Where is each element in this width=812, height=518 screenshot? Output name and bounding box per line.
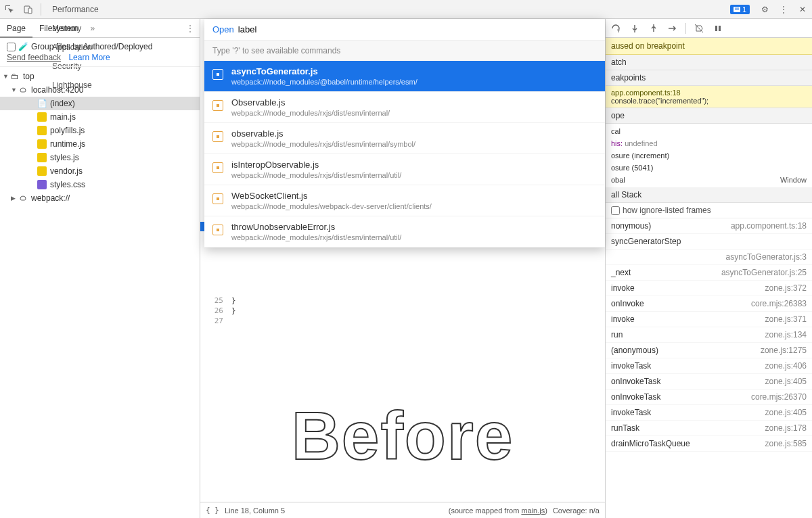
learn-more-link[interactable]: Learn More bbox=[68, 53, 110, 62]
tree-file[interactable]: styles.css bbox=[0, 178, 200, 191]
tree-webpack[interactable]: ▶webpack:// bbox=[0, 191, 200, 205]
open-result-item[interactable]: throwUnobservableError.jswebpack:///node… bbox=[204, 216, 605, 248]
line-number[interactable]: 27 bbox=[200, 316, 227, 325]
open-hint: Type '?' to see available commands bbox=[204, 41, 605, 61]
step-into-icon[interactable] bbox=[648, 22, 660, 34]
tree-host[interactable]: ▼localhost:4200 bbox=[0, 83, 200, 97]
file-icon bbox=[212, 100, 223, 111]
callstack-frame[interactable]: onInvokeTaskzone.js:405 bbox=[606, 374, 812, 390]
scope-header[interactable]: ope bbox=[606, 108, 812, 124]
line-number[interactable]: 26 bbox=[200, 306, 227, 315]
tree-file-index[interactable]: 📄(index) bbox=[0, 97, 200, 110]
navigator-pane: Page Filesystem » ⋮ 🧪Group files by Auth… bbox=[0, 19, 200, 518]
quick-open-input[interactable] bbox=[238, 24, 597, 34]
deactivate-breakpoints-icon[interactable] bbox=[693, 22, 705, 34]
line-number[interactable]: 25 bbox=[200, 296, 227, 305]
file-icon bbox=[212, 225, 223, 235]
callstack-frame[interactable]: _nextasyncToGenerator.js:25 bbox=[606, 265, 812, 281]
callstack-frame[interactable]: runzone.js:134 bbox=[606, 327, 812, 343]
open-result-item[interactable]: observable.jswebpack:///node_modules/rxj… bbox=[204, 123, 605, 154]
paused-banner: aused on breakpoint bbox=[606, 38, 812, 55]
tree-file[interactable]: vendor.js bbox=[0, 164, 200, 178]
code-line: } bbox=[231, 296, 236, 305]
open-results: asyncToGenerator.jswebpack:///node_modul… bbox=[204, 61, 605, 248]
quick-open-dialog: Open Type '?' to see available commands … bbox=[204, 19, 605, 248]
svg-point-4 bbox=[653, 24, 654, 26]
pause-icon[interactable] bbox=[712, 22, 724, 34]
svg-rect-1 bbox=[28, 8, 32, 14]
svg-rect-7 bbox=[719, 26, 721, 31]
open-result-item[interactable]: Observable.jswebpack:///node_modules/rxj… bbox=[204, 92, 605, 123]
resume-icon[interactable] bbox=[610, 22, 622, 34]
main-tabs: ElementsConsoleSourcesNetworkPerformance… bbox=[0, 0, 812, 19]
close-icon[interactable]: ✕ bbox=[793, 0, 812, 19]
callstack-frame[interactable]: invokezone.js:372 bbox=[606, 281, 812, 296]
page-tab[interactable]: Page bbox=[0, 19, 32, 38]
tree-file[interactable]: styles.js bbox=[0, 151, 200, 164]
callstack-frame[interactable]: syncGeneratorStep bbox=[606, 234, 812, 250]
file-icon bbox=[212, 69, 223, 80]
callstack-frame[interactable]: onInvokeTaskcore.mjs:26370 bbox=[606, 390, 812, 405]
file-icon bbox=[212, 162, 223, 173]
pane-menu-icon[interactable]: ⋮ bbox=[181, 24, 200, 33]
file-icon bbox=[212, 131, 223, 142]
issues-badge[interactable]: 1 bbox=[730, 5, 750, 14]
settings-icon[interactable]: ⚙ bbox=[755, 0, 774, 19]
tree-file[interactable]: polyfills.js bbox=[0, 124, 200, 137]
watch-header[interactable]: atch bbox=[606, 55, 812, 70]
tree-file[interactable]: runtime.js bbox=[0, 137, 200, 151]
status-bar: { } Line 18, Column 5 (source mapped fro… bbox=[200, 502, 605, 518]
callstack-header[interactable]: all Stack bbox=[606, 187, 812, 203]
source-map-link[interactable]: main.js bbox=[521, 507, 545, 515]
debugger-pane: aused on breakpoint atch eakpoints app.c… bbox=[605, 19, 812, 518]
tree-frame-top[interactable]: ▼🗀top bbox=[0, 70, 200, 83]
separator bbox=[41, 3, 41, 16]
scope-body: cal his: undefined osure (increment) osu… bbox=[606, 124, 812, 187]
pretty-print-icon[interactable]: { } bbox=[206, 506, 219, 515]
callstack-frame[interactable]: runTaskzone.js:178 bbox=[606, 421, 812, 436]
callstack-frame[interactable]: invokeTaskzone.js:406 bbox=[606, 358, 812, 374]
code-line: } bbox=[231, 306, 236, 315]
device-icon[interactable] bbox=[19, 0, 38, 19]
source-mapped: (source mapped from main.js) bbox=[449, 507, 547, 515]
svg-point-3 bbox=[634, 31, 635, 32]
watermark-text: Before bbox=[292, 397, 514, 475]
callstack-frame[interactable]: asyncToGenerator.js:3 bbox=[606, 250, 812, 265]
more-tabs[interactable]: » bbox=[85, 24, 100, 33]
file-tree: ▼🗀top ▼localhost:4200 📄(index) main.jspo… bbox=[0, 67, 200, 518]
open-result-item[interactable]: WebSocketClient.jswebpack:///node_module… bbox=[204, 185, 605, 216]
open-label: Open bbox=[212, 24, 234, 34]
callstack-frame[interactable]: invokezone.js:371 bbox=[606, 312, 812, 327]
step-over-icon[interactable] bbox=[629, 22, 641, 34]
coverage-status: Coverage: n/a bbox=[553, 507, 600, 515]
tree-file[interactable]: main.js bbox=[0, 110, 200, 124]
svg-point-5 bbox=[669, 28, 670, 29]
callstack-frame[interactable]: nonymous)app.component.ts:18 bbox=[606, 218, 812, 234]
file-icon bbox=[212, 193, 223, 204]
svg-rect-6 bbox=[715, 26, 717, 31]
callstack-frame[interactable]: (anonymous)zone.js:1275 bbox=[606, 343, 812, 358]
inspect-icon[interactable] bbox=[0, 0, 19, 19]
cursor-position: Line 18, Column 5 bbox=[225, 507, 285, 515]
breakpoints-header[interactable]: eakpoints bbox=[606, 70, 812, 86]
callstack-frame[interactable]: drainMicroTaskQueuezone.js:585 bbox=[606, 436, 812, 452]
breakpoint-hit[interactable]: app.component.ts:18 console.trace("incre… bbox=[606, 86, 812, 108]
filesystem-tab[interactable]: Filesystem bbox=[32, 19, 85, 38]
editor-pane: 25 }26}27 Before Open Type '?' to see av… bbox=[200, 19, 605, 518]
badge-count: 1 bbox=[742, 5, 746, 14]
callstack-frame[interactable]: invokeTaskzone.js:405 bbox=[606, 405, 812, 421]
show-ignore-listed[interactable]: how ignore-listed frames bbox=[606, 203, 812, 218]
open-result-item[interactable]: isInteropObservable.jswebpack:///node_mo… bbox=[204, 154, 605, 185]
open-result-item[interactable]: asyncToGenerator.jswebpack:///node_modul… bbox=[204, 61, 605, 92]
more-icon[interactable]: ⋮ bbox=[774, 0, 793, 19]
step-out-icon[interactable] bbox=[667, 22, 679, 34]
group-files-checkbox[interactable]: 🧪Group files by Authored/Deployed bbox=[7, 42, 193, 51]
callstack-frame[interactable]: onInvokecore.mjs:26383 bbox=[606, 296, 812, 312]
send-feedback-link[interactable]: Send feedback bbox=[7, 53, 61, 62]
tab-performance[interactable]: Performance bbox=[44, 0, 107, 19]
